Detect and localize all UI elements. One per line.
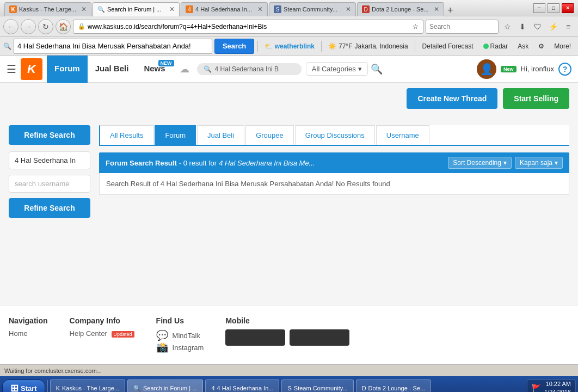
minimize-button[interactable]: − xyxy=(533,3,545,13)
tab-4hal[interactable]: 4 4 Hal Sederhana In... ✕ xyxy=(181,2,268,16)
sort-dropdown[interactable]: Sort Descending ▾ xyxy=(448,157,512,169)
time-dropdown[interactable]: Kapan saja ▾ xyxy=(515,157,563,169)
taskbar: ⊞ Start K Kaskus - The Large... 🔍 Search… xyxy=(0,376,578,392)
taskbar-kaskus-icon: K xyxy=(56,385,60,391)
tab-dota[interactable]: D Dota 2 Lounge - Se... ✕ xyxy=(357,2,444,16)
tab-all-results[interactable]: All Results xyxy=(99,125,153,145)
nav-news[interactable]: NEW News xyxy=(136,56,176,83)
footer-instagram[interactable]: 📸 Instagram xyxy=(156,341,204,353)
forward-button[interactable]: → xyxy=(21,19,36,34)
footer-mobile-badges xyxy=(225,329,349,346)
footer-find-us-title: Find Us xyxy=(156,316,204,325)
weather-location: Jakarta, Indonesia xyxy=(355,42,408,50)
footer-nav-home[interactable]: Home xyxy=(9,329,48,338)
footer-mindtalk[interactable]: 💬 MindTalk xyxy=(156,329,204,341)
username-search-input[interactable] xyxy=(9,175,90,193)
detailed-forecast-button[interactable]: Detailed Forecast xyxy=(419,39,477,53)
taskbar-search[interactable]: 🔍 Search in Forum | ... xyxy=(127,379,203,392)
weather-sun-icon: ☀️ xyxy=(328,42,336,50)
home-button[interactable]: 🏠 xyxy=(56,19,71,34)
header-search-bubble[interactable]: 🔍 4 Hal Sederhana Ini B xyxy=(197,63,302,75)
categories-dropdown[interactable]: All Categories ▾ xyxy=(306,62,368,76)
taskbar-dota[interactable]: D Dota 2 Lounge - Se... xyxy=(356,379,432,392)
new-tab-button[interactable]: + xyxy=(445,5,456,16)
nav-forum[interactable]: Forum xyxy=(47,56,88,83)
weatherblink-logo: ⛅ weatherblink xyxy=(265,42,315,50)
footer-help-center[interactable]: Help Center Updated xyxy=(70,329,134,338)
appstore-badge[interactable] xyxy=(225,329,285,346)
toolbar-search-input[interactable] xyxy=(17,42,208,50)
result-body: Search Result of 4 Hal Sederhana Ini Bis… xyxy=(99,173,569,195)
hamburger-menu[interactable]: ☰ xyxy=(7,63,16,76)
toolbar-search-button[interactable]: Search xyxy=(214,39,254,54)
tab-username[interactable]: Username xyxy=(376,125,429,145)
user-avatar: 👤 xyxy=(477,59,496,79)
create-thread-button[interactable]: Create New Thread xyxy=(407,88,497,109)
tab-kaskus[interactable]: K Kaskus - The Large... ✕ xyxy=(4,2,91,16)
radar-button[interactable]: Radar xyxy=(479,39,512,53)
taskbar-steam[interactable]: S Steam Community... xyxy=(281,379,353,392)
windows-orb-icon: ⊞ xyxy=(10,382,19,392)
address-bar[interactable]: 🔒 ☆ xyxy=(73,20,423,34)
mindtalk-label: MindTalk xyxy=(173,332,200,340)
playstore-badge[interactable] xyxy=(290,329,349,346)
nav-jualbeli[interactable]: Jual Beli xyxy=(88,56,137,83)
start-selling-button[interactable]: Start Selling xyxy=(503,88,569,109)
refine-search-top-button[interactable]: Refine Search xyxy=(9,125,90,145)
user-new-badge: New xyxy=(501,66,516,72)
updated-badge: Updated xyxy=(112,331,134,338)
result-query: 4 Hal Sederhana Ini Bisa Me... xyxy=(219,159,315,167)
browser-search-input[interactable] xyxy=(429,23,495,30)
tab-forum[interactable]: Forum xyxy=(155,125,196,145)
back-button[interactable]: ← xyxy=(3,19,19,34)
start-button[interactable]: ⊞ Start xyxy=(2,379,45,392)
footer-navigation: Navigation Home xyxy=(9,316,48,353)
tab-dota-title: Dota 2 Lounge - Se... xyxy=(372,6,432,13)
search-bubble-icon: 🔍 xyxy=(204,65,212,73)
refine-search-bottom-button[interactable]: Refine Search xyxy=(9,198,90,218)
tab-kaskus-close[interactable]: ✕ xyxy=(81,5,87,13)
maximize-button[interactable]: □ xyxy=(548,3,559,13)
tab-jualbeli-results[interactable]: Jual Beli xyxy=(197,125,244,145)
address-input[interactable] xyxy=(88,23,410,30)
tab-4hal-close[interactable]: ✕ xyxy=(257,5,263,13)
status-text: Waiting for comcluster.cxense.com... xyxy=(4,367,574,374)
tab-search-close[interactable]: ✕ xyxy=(169,5,175,13)
address-star-icon[interactable]: ☆ xyxy=(413,23,419,30)
taskbar-kaskus[interactable]: K Kaskus - The Large... xyxy=(50,379,125,392)
more-button[interactable]: More! xyxy=(550,39,575,53)
result-header-right: Sort Descending ▾ Kapan saja ▾ xyxy=(448,157,563,169)
result-tabs: All Results Forum Jual Beli Groupee Grou… xyxy=(99,125,569,146)
tab-steam[interactable]: S Steam Community... ✕ xyxy=(269,2,356,16)
search-icon-small: 🔍 xyxy=(3,42,11,50)
browser-search-box[interactable] xyxy=(426,20,499,34)
menu-icon[interactable]: ≡ xyxy=(562,20,575,33)
help-button[interactable]: ? xyxy=(558,63,571,76)
tray-flag-icon[interactable]: 🚩 xyxy=(532,384,541,392)
taskbar-4hal-icon: 4 xyxy=(211,385,214,391)
ask-button[interactable]: Ask xyxy=(514,39,532,53)
downloads-icon[interactable]: ⬇ xyxy=(516,20,529,33)
tab-groupee[interactable]: Groupee xyxy=(245,125,294,145)
taskbar-divider xyxy=(47,380,48,392)
security-icon[interactable]: 🛡 xyxy=(531,20,544,33)
refresh-button[interactable]: ↻ xyxy=(38,19,53,34)
taskbar-4hal[interactable]: 4 4 Hal Sederhana In... xyxy=(205,379,279,392)
toolbar-bar: 🔍 Search ⛅ weatherblink ☀️ 77°F Jakarta,… xyxy=(0,37,578,56)
tab-dota-close[interactable]: ✕ xyxy=(434,5,439,13)
flash-icon[interactable]: ⚡ xyxy=(546,20,559,33)
toolbar-search-input-wrapper[interactable] xyxy=(14,39,212,54)
query-input[interactable] xyxy=(9,151,90,169)
close-button[interactable]: ✕ xyxy=(562,3,574,13)
header-search-icon[interactable]: 🔍 xyxy=(368,60,385,78)
tab-steam-close[interactable]: ✕ xyxy=(346,5,351,13)
user-info[interactable]: 👤 New Hi, ironflux xyxy=(477,59,554,79)
tab-group-discussions[interactable]: Group Discussions xyxy=(295,125,375,145)
toolbar-divider-1 xyxy=(257,41,258,52)
tab-search[interactable]: 🔍 Search in Forum | ... ✕ xyxy=(93,2,180,16)
footer-company-title: Company Info xyxy=(70,316,134,325)
bookmark-icon[interactable]: ☆ xyxy=(501,20,514,33)
sort-chevron-icon: ▾ xyxy=(503,159,507,167)
settings-icon-btn[interactable]: ⚙ xyxy=(534,39,548,53)
site-logo[interactable]: K xyxy=(21,58,42,80)
